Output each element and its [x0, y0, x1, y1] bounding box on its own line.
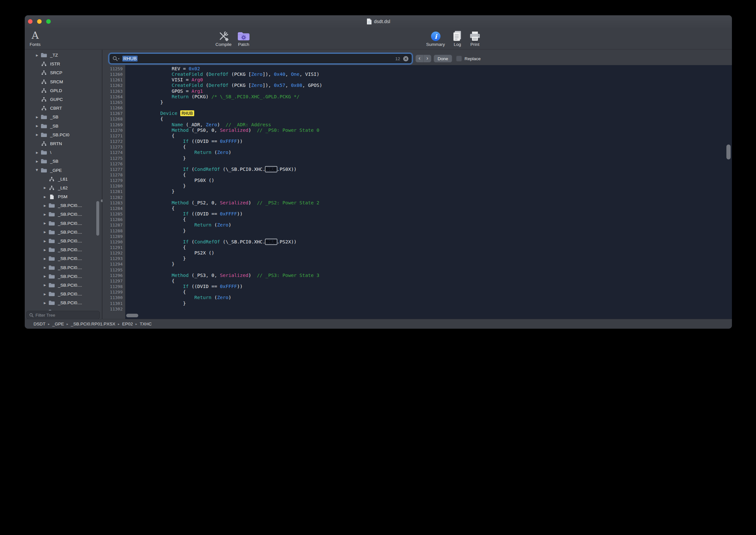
- disclosure-triangle-icon[interactable]: ▶: [42, 229, 47, 235]
- disclosure-triangle-icon[interactable]: ▶: [42, 221, 47, 226]
- tree-item-_SBPCI0[interactable]: ▶_SB.PCI0....: [25, 307, 102, 310]
- disclosure-triangle-icon[interactable]: ▶: [42, 203, 47, 208]
- code-text: REV = 0x02: [125, 66, 200, 71]
- disclosure-triangle-icon[interactable]: ▶: [42, 309, 47, 310]
- disclosure-triangle-icon[interactable]: ▶: [42, 212, 47, 217]
- code-editor[interactable]: 11259 REV = 0x0211260 CreateField (Deref…: [102, 65, 732, 319]
- tree-item-_SBPCI0[interactable]: ▶_SB.PCI0....: [25, 254, 102, 263]
- disclosure-triangle-icon[interactable]: ▶: [35, 53, 40, 58]
- breadcrumb-item[interactable]: TXHC: [140, 322, 152, 326]
- disclosure-triangle-icon[interactable]: ▶: [42, 256, 47, 261]
- code-text: [125, 234, 126, 239]
- tree-item-_SBPCI0[interactable]: ▶_SB.PCI0....: [25, 245, 102, 254]
- tree-item-_SBPCI0[interactable]: ▶_SB.PCI0....: [25, 298, 102, 307]
- find-previous-button[interactable]: ‹: [416, 55, 423, 62]
- code-line: 11293 }: [102, 256, 727, 261]
- disclosure-triangle-icon[interactable]: ▶: [42, 247, 47, 253]
- tree-item-label: GUPC: [50, 97, 63, 102]
- find-next-button[interactable]: ›: [423, 55, 431, 62]
- find-input[interactable]: ▾ RHUB 12: [109, 53, 412, 64]
- print-button[interactable]: Print: [460, 28, 490, 47]
- disclosure-triangle-icon[interactable]: ▶: [42, 274, 47, 279]
- tree-item-_L62[interactable]: ▶_L62: [25, 183, 102, 192]
- code-text: Return (Zero): [125, 222, 231, 228]
- fonts-button[interactable]: A Fonts: [25, 28, 50, 47]
- tree-item-_L61[interactable]: _L61: [25, 175, 102, 183]
- disclosure-triangle-icon[interactable]: ▶: [42, 239, 47, 244]
- tree-item-CBRT[interactable]: CBRT: [25, 104, 102, 113]
- tree-item-_SBPCI0[interactable]: ▶_SB.PCI0....: [25, 201, 102, 210]
- editor-vertical-scrollbar-thumb[interactable]: [726, 145, 731, 159]
- line-number: 11282: [102, 195, 125, 200]
- patch-button[interactable]: Patch: [229, 28, 258, 47]
- disclosure-triangle-icon[interactable]: ▶: [42, 282, 47, 288]
- tree-item-_SBPCI0[interactable]: ▶_SB.PCI0....: [25, 272, 102, 281]
- sidebar-scrollbar-thumb[interactable]: [96, 201, 99, 236]
- disclosure-triangle-icon[interactable]: ▶: [35, 132, 40, 137]
- code-line: 11266: [102, 105, 727, 111]
- tree-item-_SBPCI0[interactable]: ▶_SB.PCI0....: [25, 281, 102, 290]
- tree-item-_SBPCI0[interactable]: ▶_SB.PCI0....: [25, 237, 102, 245]
- method-icon: [40, 141, 48, 146]
- tree-item-root[interactable]: ▶\: [25, 148, 102, 157]
- info-icon: i: [431, 31, 441, 41]
- tree-item-label: _SB.PCI0....: [58, 265, 82, 270]
- tree-item-_SB[interactable]: ▶_SB: [25, 157, 102, 166]
- disclosure-triangle-icon[interactable]: ▶: [35, 115, 40, 120]
- tree-item-_SB[interactable]: ▶_SB: [25, 113, 102, 121]
- tree-item-_SBPCI0[interactable]: ▶_SB.PCI0: [25, 130, 102, 139]
- tree-item-_SBPCI0[interactable]: ▶_SB.PCI0....: [25, 263, 102, 272]
- disclosure-triangle-icon[interactable]: ▶: [42, 194, 47, 200]
- tree-item-_SBPCI0[interactable]: ▶_SB.PCI0....: [25, 210, 102, 219]
- disclosure-triangle-icon[interactable]: ▶: [42, 292, 47, 297]
- breadcrumb-item[interactable]: _GPE: [52, 322, 64, 326]
- breadcrumb-item[interactable]: EP02: [122, 322, 133, 326]
- tree-item-BRTN[interactable]: BRTN: [25, 139, 102, 148]
- tree-item-_GPE[interactable]: ▶_GPE: [25, 166, 102, 174]
- disclosure-triangle-icon[interactable]: ▶: [42, 300, 47, 306]
- code-line: 11277 If (CondRefOf (\_SB.PCI0.XHC.RHUB.…: [102, 167, 727, 172]
- method-icon: [47, 177, 56, 182]
- code-line: 11272 If ((DVID == 0xFFFF)): [102, 139, 727, 144]
- code-text: Method (_PS0, 0, Serialized) // _PS0: Po…: [125, 127, 319, 133]
- tree-item-SRCP[interactable]: SRCP: [25, 68, 102, 77]
- tree-item-ISTR[interactable]: ISTR: [25, 60, 102, 68]
- disclosure-triangle-icon[interactable]: ▶: [42, 185, 47, 190]
- line-number: 11288: [102, 228, 125, 234]
- disclosure-triangle-icon[interactable]: ▶: [35, 150, 40, 155]
- tree-item-_TZ[interactable]: ▶_TZ: [25, 51, 102, 60]
- line-number: 11278: [102, 172, 125, 178]
- disclosure-triangle-icon[interactable]: ▶: [35, 159, 40, 164]
- disclosure-triangle-icon[interactable]: ▶: [35, 123, 40, 128]
- tree-item-GUPC[interactable]: GUPC: [25, 95, 102, 104]
- code-line: 11281 }: [102, 189, 727, 194]
- filter-tree-input[interactable]: Filter Tree: [26, 311, 100, 319]
- tree-item-_SBPCI0[interactable]: ▶_SB.PCI0....: [25, 228, 102, 237]
- code-line: 11287 Return (Zero): [102, 222, 727, 228]
- tree-item-SRCM[interactable]: SRCM: [25, 77, 102, 86]
- clear-search-button[interactable]: [403, 56, 409, 62]
- tree-item-PSM[interactable]: ▶PSM: [25, 192, 102, 201]
- line-number: 11272: [102, 139, 125, 144]
- tree-item-_SB[interactable]: ▶_SB: [25, 122, 102, 130]
- filter-placeholder: Filter Tree: [36, 313, 55, 318]
- tree-item-_SBPCI0[interactable]: ▶_SB.PCI0....: [25, 219, 102, 228]
- breadcrumb-item[interactable]: _SB.PCI0.RP01.PXSX: [71, 322, 116, 326]
- disclosure-triangle-icon[interactable]: ▶: [42, 265, 47, 270]
- method-icon: [40, 106, 48, 111]
- disclosure-triangle-icon[interactable]: ▶: [35, 168, 40, 173]
- tree-item-GPLD[interactable]: GPLD: [25, 86, 102, 95]
- breadcrumb-item[interactable]: DSDT: [34, 322, 45, 326]
- status-bar: DSDT▸_GPE▸_SB.PCI0.RP01.PXSX▸EP02▸TXHC: [25, 319, 732, 329]
- code-text: {: [125, 133, 175, 139]
- editor-horizontal-scrollbar-thumb[interactable]: [126, 314, 138, 317]
- code-line: 11263 GPOS = Arg1: [102, 89, 727, 94]
- tree-item-_SBPCI0[interactable]: ▶_SB.PCI0....: [25, 290, 102, 298]
- replace-checkbox[interactable]: [456, 56, 462, 62]
- replace-label: Replace: [465, 55, 481, 63]
- done-button[interactable]: Done: [434, 55, 452, 63]
- tree-item-label: _L62: [58, 185, 68, 190]
- line-number: 11261: [102, 77, 125, 83]
- code-text: [125, 267, 126, 273]
- tree-item-label: _SB: [50, 124, 59, 128]
